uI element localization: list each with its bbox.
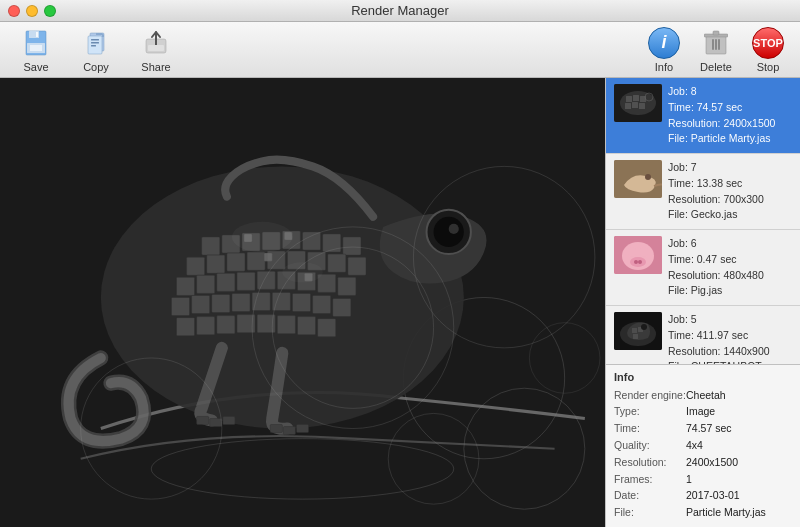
- job-info: Job: 6 Time: 0.47 sec Resolution: 480x48…: [668, 236, 764, 299]
- svg-rect-53: [338, 277, 356, 295]
- info-row: Resolution: 2400x1500: [614, 454, 792, 471]
- minimize-button[interactable]: [26, 5, 38, 17]
- share-label: Share: [141, 61, 170, 73]
- svg-rect-57: [232, 293, 250, 311]
- share-button[interactable]: Share: [128, 23, 184, 77]
- svg-rect-58: [252, 292, 270, 310]
- stop-button[interactable]: STOP Stop: [744, 27, 792, 73]
- save-button[interactable]: Save: [8, 23, 64, 77]
- svg-rect-9: [91, 45, 96, 47]
- job-info: Job: 7 Time: 13.38 sec Resolution: 700x3…: [668, 160, 764, 223]
- info-row: Frames: 1: [614, 471, 792, 488]
- info-icon: i: [648, 27, 680, 59]
- svg-point-101: [627, 247, 637, 257]
- job-time: Time: 13.38 sec: [668, 176, 764, 192]
- svg-rect-54: [171, 297, 189, 315]
- job-item[interactable]: Job: 6 Time: 0.47 sec Resolution: 480x48…: [606, 230, 800, 306]
- info-value: 74.57 sec: [686, 420, 732, 437]
- svg-rect-55: [192, 295, 210, 313]
- info-row: Type: Image: [614, 403, 792, 420]
- svg-rect-11: [148, 45, 164, 51]
- info-label: Time:: [614, 420, 686, 437]
- info-row: Time: 74.57 sec: [614, 420, 792, 437]
- svg-rect-15: [712, 39, 714, 50]
- title-bar: Render Manager: [0, 0, 800, 22]
- svg-point-26: [434, 217, 464, 247]
- svg-point-97: [645, 174, 651, 180]
- job-number: Job: 7: [668, 160, 764, 176]
- maximize-button[interactable]: [44, 5, 56, 17]
- svg-rect-70: [318, 319, 336, 337]
- svg-rect-4: [36, 32, 38, 37]
- svg-rect-14: [713, 31, 719, 35]
- job-item[interactable]: Job: 5 Time: 411.97 sec Resolution: 1440…: [606, 306, 800, 364]
- info-value: 1: [686, 471, 692, 488]
- job-number: Job: 6: [668, 236, 764, 252]
- svg-rect-47: [217, 273, 235, 291]
- job-time: Time: 74.57 sec: [668, 100, 775, 116]
- svg-rect-61: [313, 295, 331, 313]
- info-row: Render engine: Cheetah: [614, 387, 792, 404]
- info-row: Quality: 4x4: [614, 437, 792, 454]
- info-section: Info Render engine: Cheetah Type: Image …: [606, 364, 800, 527]
- copy-icon: [80, 27, 112, 59]
- info-label: Resolution:: [614, 454, 686, 471]
- svg-rect-28: [202, 237, 220, 255]
- svg-rect-37: [207, 255, 225, 273]
- svg-rect-64: [197, 317, 215, 335]
- info-row: File: Particle Marty.jas: [614, 504, 792, 521]
- stop-icon: STOP: [752, 27, 784, 59]
- svg-rect-52: [318, 274, 336, 292]
- job-time: Time: 411.97 sec: [668, 328, 770, 344]
- info-label: Frames:: [614, 471, 686, 488]
- traffic-lights: [8, 5, 56, 17]
- toolbar-right-group: i Info Delete STOP Stop: [640, 27, 792, 73]
- info-label: File:: [614, 504, 686, 521]
- job-item[interactable]: Job: 7 Time: 13.38 sec Resolution: 700x3…: [606, 154, 800, 230]
- job-thumbnail: [614, 312, 662, 350]
- job-number: Job: 8: [668, 84, 775, 100]
- job-file: File: Particle Marty.jas: [668, 131, 775, 147]
- delete-icon: [700, 27, 732, 59]
- info-value: 4x4: [686, 437, 703, 454]
- svg-rect-63: [176, 318, 194, 336]
- main-content: Job: 8 Time: 74.57 sec Resolution: 2400x…: [0, 78, 800, 527]
- svg-rect-78: [270, 425, 282, 433]
- job-item[interactable]: Job: 8 Time: 74.57 sec Resolution: 2400x…: [606, 78, 800, 154]
- save-icon: [20, 27, 52, 59]
- info-row: Date: 2017-03-01: [614, 487, 792, 504]
- window-title: Render Manager: [351, 3, 449, 18]
- svg-rect-90: [633, 95, 639, 101]
- info-value: Image: [686, 403, 715, 420]
- info-value: Cheetah: [686, 387, 726, 404]
- svg-point-103: [634, 260, 638, 264]
- svg-rect-39: [247, 252, 265, 270]
- job-file: File: Gecko.jas: [668, 207, 764, 223]
- svg-rect-33: [303, 232, 321, 250]
- job-thumbnail: [614, 236, 662, 274]
- close-button[interactable]: [8, 5, 20, 17]
- svg-point-86: [282, 262, 322, 282]
- svg-rect-107: [632, 328, 637, 333]
- delete-label: Delete: [700, 61, 732, 73]
- job-info: Job: 5 Time: 411.97 sec Resolution: 1440…: [668, 312, 770, 364]
- svg-rect-16: [715, 39, 717, 50]
- toolbar: Save Copy: [0, 22, 800, 78]
- stop-label: Stop: [757, 61, 780, 73]
- info-label: Type:: [614, 403, 686, 420]
- svg-rect-69: [297, 317, 315, 335]
- svg-rect-3: [30, 45, 42, 51]
- svg-point-104: [638, 260, 642, 264]
- info-label: Quality:: [614, 437, 686, 454]
- svg-rect-7: [91, 39, 99, 41]
- job-resolution: Resolution: 700x300: [668, 192, 764, 208]
- svg-rect-36: [187, 257, 205, 275]
- svg-rect-73: [264, 253, 272, 261]
- info-button[interactable]: i Info: [640, 27, 688, 73]
- job-number: Job: 5: [668, 312, 770, 328]
- svg-point-102: [639, 247, 649, 257]
- job-resolution: Resolution: 2400x1500: [668, 116, 775, 132]
- job-resolution: Resolution: 480x480: [668, 268, 764, 284]
- delete-button[interactable]: Delete: [692, 27, 740, 73]
- copy-button[interactable]: Copy: [68, 23, 124, 77]
